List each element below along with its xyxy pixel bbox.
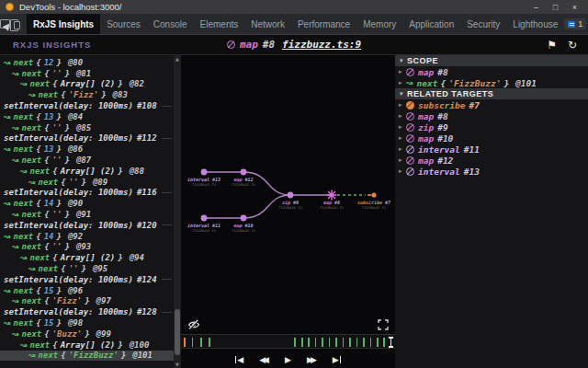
tab-security[interactable]: Security (460, 14, 506, 34)
skip-start-button[interactable]: ◀ (235, 356, 244, 364)
log-event-row[interactable]: ↝next{'FizzBuzz'}@101 (0, 351, 174, 362)
node-interval-13[interactable] (201, 169, 208, 176)
related-target-map-8[interactable]: ▸map#8 (395, 110, 588, 121)
timeline-tick[interactable] (301, 338, 303, 347)
timeline-tick[interactable] (343, 338, 345, 347)
expand-triangle-icon[interactable]: ▸ (399, 156, 406, 164)
timeline-tick[interactable] (370, 338, 372, 347)
log-event-row[interactable]: ↝next{''}@81 (0, 68, 174, 79)
node-map-10[interactable] (241, 215, 247, 222)
close-button[interactable]: × (567, 3, 582, 12)
hide-excluded-eye-off-icon[interactable] (187, 318, 200, 331)
node-subscribe-7[interactable] (371, 192, 376, 197)
scope-target-row[interactable]: ▸map#8 (395, 66, 588, 77)
log-event-row[interactable]: ↝next{Array[] (2)}@100 (0, 339, 174, 351)
scope-event-row[interactable]: ▸↝next{'FizzBuzz'}@101 (395, 77, 588, 88)
related-target-zip-9[interactable]: ▸zip#9 (395, 121, 588, 132)
selected-target[interactable]: map #8 (227, 39, 275, 51)
tab-console[interactable]: Console (147, 14, 194, 34)
play-button[interactable]: ▶ (285, 356, 291, 364)
timeline-tick[interactable] (308, 338, 310, 347)
tab-performance[interactable]: Performance (291, 14, 356, 34)
log-task-row[interactable]: setInterval(delay: 1000ms)#124 (0, 274, 174, 285)
scroll-down-icon[interactable]: ▼ (174, 361, 181, 368)
log-scrollbar[interactable]: ▲ ▼ (174, 55, 181, 368)
skip-end-button[interactable]: ▶ (333, 356, 342, 364)
log-task-row[interactable]: setInterval(delay: 1000ms)#108 (0, 100, 174, 111)
timeline-tick[interactable] (363, 338, 365, 347)
log-event-row[interactable]: ↝next{''}@91 (0, 209, 174, 220)
expand-triangle-icon[interactable]: ▸ (399, 68, 406, 75)
timeline-tick[interactable] (192, 338, 194, 347)
timeline-tick[interactable] (329, 338, 331, 347)
expand-triangle-icon[interactable]: ▸ (399, 112, 406, 120)
device-toolbar-icon[interactable] (10, 15, 19, 33)
minimize-button[interactable]: – (528, 3, 544, 12)
related-target-map-10[interactable]: ▸map#10 (395, 132, 588, 144)
related-target-subscribe-7[interactable]: ▸subscribe#7 (395, 99, 588, 110)
event-timeline[interactable] (181, 334, 395, 349)
timeline-tick[interactable] (356, 338, 358, 347)
issues-badge[interactable]: 1 (564, 18, 586, 29)
log-event-row[interactable]: ↝next{12}@80 (0, 57, 174, 68)
log-event-row[interactable]: ↝next{Array[] (2)}@88 (0, 166, 174, 177)
log-event-row[interactable]: ↝next{'Fizz'}@83 (0, 89, 174, 100)
expand-triangle-icon[interactable]: ▸ (399, 134, 406, 142)
timeline-tick[interactable] (294, 338, 296, 347)
scrollbar-thumb[interactable] (175, 309, 180, 355)
log-event-row[interactable]: ↝next{''}@87 (0, 155, 174, 166)
tab-rxjs-insights[interactable]: RxJS Insights (27, 14, 100, 34)
log-event-row[interactable]: ↝next{13}@86 (0, 144, 174, 155)
tab-lighthouse[interactable]: Lighthouse (506, 14, 564, 34)
expand-triangle-icon[interactable]: ▸ (399, 123, 406, 131)
log-event-row[interactable]: ↝next{''}@85 (0, 122, 174, 133)
node-map-12[interactable] (241, 169, 247, 176)
log-event-row[interactable]: ↝next{14}@90 (0, 198, 174, 209)
log-task-row[interactable]: setInterval(delay: 1000ms)#112 (0, 133, 174, 144)
log-event-row[interactable]: ↝next{''}@93 (0, 242, 174, 253)
source-location-link[interactable]: fizzbuzz.ts:9 (282, 39, 361, 51)
timeline-tick[interactable] (383, 338, 385, 347)
tab-elements[interactable]: Elements (194, 14, 245, 34)
log-event-row[interactable]: ↝next{'Buzz'}@99 (0, 328, 174, 339)
timeline-tick[interactable] (209, 338, 210, 347)
expand-triangle-icon[interactable]: ▸ (399, 145, 406, 153)
log-event-row[interactable]: ↝next{13}@84 (0, 111, 174, 122)
log-event-row[interactable]: ↝next{Array[] (2)}@94 (0, 252, 174, 263)
expand-triangle-icon[interactable]: ▸ (399, 101, 406, 109)
expand-triangle-icon[interactable]: ▸ (399, 167, 406, 175)
node-interval-11[interactable] (201, 215, 208, 222)
scope-section-header[interactable]: ▾ SCOPE (395, 55, 588, 66)
log-task-row[interactable]: setInterval(delay: 1000ms)#116 (0, 188, 174, 199)
log-task-row[interactable]: setInterval(delay: 1000ms)#128 (0, 306, 174, 317)
log-task-row[interactable]: setInterval(delay: 1000ms)#120 (0, 220, 174, 231)
expand-triangle-icon[interactable]: ▸ (399, 79, 406, 86)
timeline-tick[interactable] (335, 338, 337, 347)
log-event-row[interactable]: ↝next{Array[] (2)}@82 (0, 79, 174, 90)
node-zip-9[interactable] (288, 192, 294, 199)
log-event-row[interactable]: ↝next{''}@89 (0, 177, 174, 188)
tab-application[interactable]: Application (402, 14, 460, 34)
timeline-tick[interactable] (200, 338, 202, 347)
fast-forward-button[interactable]: ▶▶ (307, 356, 317, 364)
log-event-row[interactable]: ↝next{15}@98 (0, 317, 174, 328)
log-event-row[interactable]: ↝next{14}@92 (0, 231, 174, 242)
node-map-8-selected[interactable] (327, 190, 337, 201)
scroll-up-icon[interactable]: ▲ (174, 55, 181, 63)
tab-sources[interactable]: Sources (100, 14, 147, 34)
timeline-tick[interactable] (315, 338, 317, 347)
rewind-button[interactable]: ◀◀ (259, 356, 269, 364)
related-target-interval-13[interactable]: ▸interval#13 (395, 166, 588, 177)
timeline-tick[interactable] (322, 338, 323, 347)
log-event-row[interactable]: ↝next{15}@96 (0, 285, 174, 296)
timeline-tick[interactable] (377, 338, 379, 347)
timeline-tick[interactable] (349, 338, 351, 347)
timeline-cursor[interactable] (390, 337, 392, 348)
log-event-row[interactable]: ↝next{'Fizz'}@97 (0, 296, 174, 307)
maximize-button[interactable]: □ (548, 3, 563, 12)
timeline-tick[interactable] (184, 338, 186, 347)
tab-network[interactable]: Network (244, 14, 291, 34)
log-event-row[interactable]: ↝next{''}@95 (0, 263, 174, 274)
related-target-map-12[interactable]: ▸map#12 (395, 155, 588, 166)
inspect-element-icon[interactable] (0, 15, 10, 33)
